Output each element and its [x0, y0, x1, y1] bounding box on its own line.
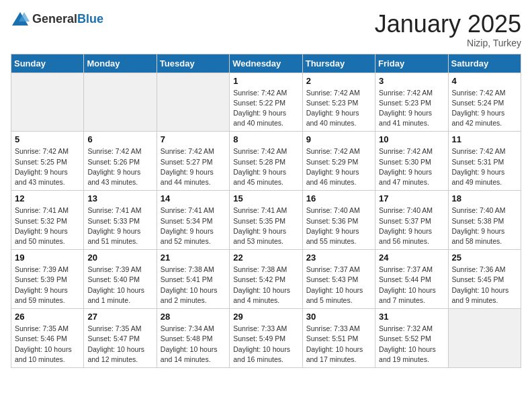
calendar-cell: 4Sunrise: 7:42 AM Sunset: 5:24 PM Daylig…	[448, 73, 521, 132]
day-info: Sunrise: 7:33 AM Sunset: 5:49 PM Dayligh…	[233, 324, 298, 365]
calendar-cell: 14Sunrise: 7:41 AM Sunset: 5:34 PM Dayli…	[157, 191, 229, 250]
day-info: Sunrise: 7:35 AM Sunset: 5:47 PM Dayligh…	[87, 324, 152, 365]
calendar-cell: 11Sunrise: 7:42 AM Sunset: 5:31 PM Dayli…	[448, 132, 521, 191]
day-info: Sunrise: 7:42 AM Sunset: 5:25 PM Dayligh…	[15, 146, 80, 187]
day-number: 3	[379, 76, 444, 86]
day-number: 2	[306, 76, 371, 86]
day-number: 13	[87, 193, 152, 203]
logo-general: General	[32, 12, 77, 26]
logo: GeneralBlue	[11, 11, 103, 27]
calendar-cell: 17Sunrise: 7:40 AM Sunset: 5:37 PM Dayli…	[375, 191, 448, 250]
day-number: 6	[87, 134, 152, 144]
logo-icon	[11, 11, 30, 27]
day-number: 14	[161, 193, 226, 203]
day-info: Sunrise: 7:39 AM Sunset: 5:40 PM Dayligh…	[87, 265, 152, 306]
location: Nizip, Turkey	[375, 38, 521, 48]
day-number: 27	[87, 312, 152, 322]
day-number: 17	[379, 193, 444, 203]
calendar-cell: 16Sunrise: 7:40 AM Sunset: 5:36 PM Dayli…	[302, 191, 375, 250]
calendar-cell: 10Sunrise: 7:42 AM Sunset: 5:30 PM Dayli…	[375, 132, 448, 191]
calendar-cell: 22Sunrise: 7:38 AM Sunset: 5:42 PM Dayli…	[230, 250, 302, 309]
day-number: 29	[233, 312, 298, 322]
day-info: Sunrise: 7:41 AM Sunset: 5:35 PM Dayligh…	[233, 205, 298, 246]
page-header: GeneralBlue January 2025 Nizip, Turkey	[11, 11, 521, 48]
day-info: Sunrise: 7:40 AM Sunset: 5:36 PM Dayligh…	[306, 205, 371, 246]
calendar-cell: 24Sunrise: 7:37 AM Sunset: 5:44 PM Dayli…	[375, 250, 448, 309]
day-info: Sunrise: 7:36 AM Sunset: 5:45 PM Dayligh…	[452, 265, 517, 306]
day-info: Sunrise: 7:35 AM Sunset: 5:46 PM Dayligh…	[15, 324, 80, 365]
weekday-header-sunday: Sunday	[11, 54, 84, 73]
day-number: 8	[233, 134, 298, 144]
calendar-week-row: 26Sunrise: 7:35 AM Sunset: 5:46 PM Dayli…	[11, 309, 521, 368]
day-number: 11	[452, 134, 517, 144]
day-info: Sunrise: 7:33 AM Sunset: 5:51 PM Dayligh…	[306, 324, 371, 365]
day-info: Sunrise: 7:42 AM Sunset: 5:22 PM Dayligh…	[233, 88, 298, 129]
weekday-header-tuesday: Tuesday	[157, 54, 229, 73]
calendar-cell: 21Sunrise: 7:38 AM Sunset: 5:41 PM Dayli…	[157, 250, 229, 309]
calendar-cell: 15Sunrise: 7:41 AM Sunset: 5:35 PM Dayli…	[230, 191, 302, 250]
calendar-cell: 2Sunrise: 7:42 AM Sunset: 5:23 PM Daylig…	[302, 73, 375, 132]
day-info: Sunrise: 7:38 AM Sunset: 5:42 PM Dayligh…	[233, 265, 298, 306]
logo-text: GeneralBlue	[32, 12, 103, 26]
day-number: 22	[233, 253, 298, 263]
day-number: 16	[306, 193, 371, 203]
day-info: Sunrise: 7:38 AM Sunset: 5:41 PM Dayligh…	[161, 265, 226, 306]
calendar-cell: 1Sunrise: 7:42 AM Sunset: 5:22 PM Daylig…	[230, 73, 302, 132]
day-info: Sunrise: 7:42 AM Sunset: 5:29 PM Dayligh…	[306, 146, 371, 187]
day-info: Sunrise: 7:41 AM Sunset: 5:33 PM Dayligh…	[87, 205, 152, 246]
calendar-cell: 27Sunrise: 7:35 AM Sunset: 5:47 PM Dayli…	[84, 309, 157, 368]
day-number: 19	[15, 253, 80, 263]
day-number: 12	[15, 193, 80, 203]
day-number: 4	[452, 76, 517, 86]
day-number: 28	[161, 312, 226, 322]
calendar-cell: 25Sunrise: 7:36 AM Sunset: 5:45 PM Dayli…	[448, 250, 521, 309]
day-number: 26	[15, 312, 80, 322]
day-info: Sunrise: 7:32 AM Sunset: 5:52 PM Dayligh…	[379, 324, 444, 365]
calendar-cell: 3Sunrise: 7:42 AM Sunset: 5:23 PM Daylig…	[375, 73, 448, 132]
calendar-cell: 13Sunrise: 7:41 AM Sunset: 5:33 PM Dayli…	[84, 191, 157, 250]
day-info: Sunrise: 7:39 AM Sunset: 5:39 PM Dayligh…	[15, 265, 80, 306]
calendar-week-row: 19Sunrise: 7:39 AM Sunset: 5:39 PM Dayli…	[11, 250, 521, 309]
day-number: 15	[233, 193, 298, 203]
day-info: Sunrise: 7:42 AM Sunset: 5:31 PM Dayligh…	[452, 146, 517, 187]
calendar-week-row: 1Sunrise: 7:42 AM Sunset: 5:22 PM Daylig…	[11, 73, 521, 132]
day-number: 21	[161, 253, 226, 263]
weekday-header-thursday: Thursday	[302, 54, 375, 73]
calendar-cell: 5Sunrise: 7:42 AM Sunset: 5:25 PM Daylig…	[11, 132, 84, 191]
calendar-cell: 28Sunrise: 7:34 AM Sunset: 5:48 PM Dayli…	[157, 309, 229, 368]
day-number: 25	[452, 253, 517, 263]
day-number: 18	[452, 193, 517, 203]
day-number: 10	[379, 134, 444, 144]
calendar-cell: 23Sunrise: 7:37 AM Sunset: 5:43 PM Dayli…	[302, 250, 375, 309]
weekday-header-friday: Friday	[375, 54, 448, 73]
day-number: 30	[306, 312, 371, 322]
day-info: Sunrise: 7:37 AM Sunset: 5:44 PM Dayligh…	[379, 265, 444, 306]
day-info: Sunrise: 7:40 AM Sunset: 5:38 PM Dayligh…	[452, 205, 517, 246]
calendar-cell: 6Sunrise: 7:42 AM Sunset: 5:26 PM Daylig…	[84, 132, 157, 191]
calendar-cell: 31Sunrise: 7:32 AM Sunset: 5:52 PM Dayli…	[375, 309, 448, 368]
calendar-cell: 18Sunrise: 7:40 AM Sunset: 5:38 PM Dayli…	[448, 191, 521, 250]
calendar-cell: 20Sunrise: 7:39 AM Sunset: 5:40 PM Dayli…	[84, 250, 157, 309]
weekday-header-wednesday: Wednesday	[230, 54, 302, 73]
day-info: Sunrise: 7:41 AM Sunset: 5:32 PM Dayligh…	[15, 205, 80, 246]
calendar-cell	[84, 73, 157, 132]
day-number: 9	[306, 134, 371, 144]
calendar-cell	[157, 73, 229, 132]
calendar-cell: 7Sunrise: 7:42 AM Sunset: 5:27 PM Daylig…	[157, 132, 229, 191]
calendar-cell	[448, 309, 521, 368]
day-info: Sunrise: 7:42 AM Sunset: 5:24 PM Dayligh…	[452, 88, 517, 129]
day-number: 24	[379, 253, 444, 263]
calendar-cell: 8Sunrise: 7:42 AM Sunset: 5:28 PM Daylig…	[230, 132, 302, 191]
calendar-week-row: 5Sunrise: 7:42 AM Sunset: 5:25 PM Daylig…	[11, 132, 521, 191]
title-block: January 2025 Nizip, Turkey	[375, 11, 521, 48]
day-info: Sunrise: 7:42 AM Sunset: 5:23 PM Dayligh…	[306, 88, 371, 129]
calendar-cell: 26Sunrise: 7:35 AM Sunset: 5:46 PM Dayli…	[11, 309, 84, 368]
day-number: 7	[161, 134, 226, 144]
weekday-header-monday: Monday	[84, 54, 157, 73]
day-info: Sunrise: 7:42 AM Sunset: 5:26 PM Dayligh…	[87, 146, 152, 187]
logo-blue: Blue	[77, 12, 103, 26]
day-number: 31	[379, 312, 444, 322]
day-info: Sunrise: 7:34 AM Sunset: 5:48 PM Dayligh…	[161, 324, 226, 365]
day-number: 23	[306, 253, 371, 263]
day-number: 1	[233, 76, 298, 86]
